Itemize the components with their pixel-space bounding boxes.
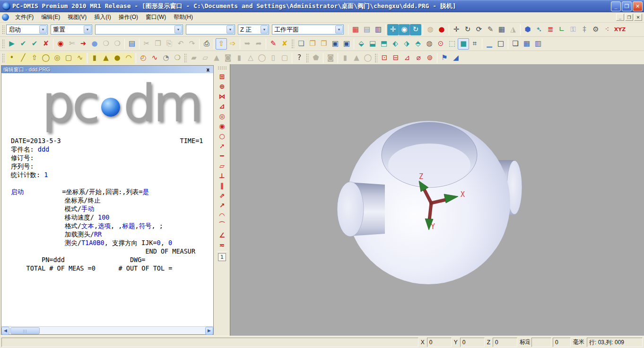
- check-icon[interactable]: ✔: [17, 38, 29, 50]
- toolbar-drag-handle[interactable]: [1, 39, 5, 49]
- menu-view[interactable]: 视图(V): [64, 13, 90, 21]
- right-view-icon[interactable]: ⬗: [401, 38, 412, 50]
- scroll-right-icon[interactable]: ▶: [205, 327, 213, 335]
- program-code[interactable]: DATE=2013-5-3 TIME=1零件名: ddd修订号:序列号:统计计数…: [1, 136, 213, 272]
- redo-icon[interactable]: ↷: [186, 38, 198, 50]
- gdt-straightness-icon[interactable]: ━: [217, 151, 227, 161]
- translate-mode-icon[interactable]: ✛: [451, 24, 462, 35]
- temp-comp-icon[interactable]: ‡: [579, 24, 590, 35]
- dim-runout-icon[interactable]: ⊚: [424, 52, 435, 64]
- dim-diameter-icon[interactable]: ⌀: [413, 52, 424, 64]
- tile-vertical-icon[interactable]: ▥: [532, 38, 544, 50]
- execute-icon[interactable]: ▶: [6, 38, 17, 50]
- workplane-axis-combo[interactable]: Z 正▼: [238, 25, 269, 34]
- probe-pen-icon[interactable]: ✎: [485, 24, 496, 35]
- dim-distance-icon[interactable]: ⊟: [390, 52, 401, 64]
- cone-auto-icon[interactable]: △: [245, 52, 256, 64]
- probe-build-icon[interactable]: ➴: [533, 24, 545, 35]
- toolbar-drag-handle[interactable]: [1, 53, 5, 63]
- comp-arrow2-icon[interactable]: ➦: [253, 38, 264, 50]
- dotted-sphere-icon[interactable]: ❍: [172, 52, 183, 64]
- scroll-left-icon[interactable]: ◀: [1, 327, 9, 335]
- gdt-concentricity-icon[interactable]: ◎: [217, 111, 227, 121]
- pan-view-icon[interactable]: ✛: [387, 24, 399, 35]
- toolbar-drag-handle[interactable]: [374, 53, 377, 63]
- xyz-readout-icon[interactable]: XYZ: [613, 24, 627, 35]
- toolbar-drag-handle[interactable]: [183, 53, 187, 63]
- new-part-icon[interactable]: ❏: [296, 38, 307, 50]
- chevron-down-icon[interactable]: ▼: [261, 25, 268, 34]
- layers-icon[interactable]: ≣: [545, 24, 556, 35]
- import-icon[interactable]: ❒: [318, 38, 330, 50]
- gdt-angle-icon[interactable]: ⊿: [217, 101, 227, 111]
- help-icon[interactable]: ?: [294, 52, 305, 64]
- gdt-circularity-icon[interactable]: ○: [217, 131, 227, 141]
- report-template-icon[interactable]: ▥: [373, 24, 384, 35]
- level-icon[interactable]: ◢: [450, 52, 461, 64]
- left-view-icon[interactable]: ⬖: [390, 38, 401, 50]
- mark-icon[interactable]: ✎: [268, 38, 279, 50]
- toolbar-drag-handle[interactable]: [218, 66, 227, 70]
- round-slot-icon[interactable]: ◎: [52, 52, 63, 64]
- peak-auto-icon[interactable]: ▲: [211, 52, 222, 64]
- square-slot-icon[interactable]: ▢: [63, 52, 74, 64]
- menu-operation[interactable]: 操作(O): [115, 13, 142, 21]
- gdt-perpendicularity-icon[interactable]: ⊥: [217, 170, 227, 180]
- stop-icon[interactable]: ◉: [55, 38, 66, 50]
- front-view-icon[interactable]: ⬓: [367, 38, 378, 50]
- point-feature-icon[interactable]: •: [6, 52, 17, 64]
- gear-probe-icon[interactable]: ⚙: [590, 24, 601, 35]
- menu-help[interactable]: 帮助(H): [170, 13, 197, 21]
- datum-label-icon[interactable]: ⚑: [439, 52, 450, 64]
- comp-arrow-icon[interactable]: ➥: [242, 38, 253, 50]
- gdt-concentric-cross-icon[interactable]: ⊕: [217, 81, 227, 91]
- close-button[interactable]: ✕: [633, 1, 643, 11]
- feature-shape-icon[interactable]: ❍: [100, 38, 112, 50]
- probe-file-combo[interactable]: 重置▼: [51, 25, 92, 34]
- constructed-feature-icon[interactable]: ◙: [325, 52, 336, 64]
- cylinder-feature-icon[interactable]: ▮: [89, 52, 100, 64]
- gdt-symmetry-icon[interactable]: ≂: [217, 240, 227, 250]
- toolbar-drag-handle[interactable]: [305, 53, 309, 63]
- check-delete-icon[interactable]: ✘: [40, 38, 52, 50]
- rotate-mode-icon[interactable]: ↻: [462, 24, 473, 35]
- cone-dim-icon[interactable]: ▲: [351, 52, 362, 64]
- measured-feature-icon[interactable]: ⬟: [310, 52, 322, 64]
- edit-horizontal-scrollbar[interactable]: ◀ ▶: [1, 326, 213, 334]
- circle-auto-icon[interactable]: ◙: [222, 52, 234, 64]
- plane-feature-icon[interactable]: ⇧: [29, 52, 40, 64]
- menu-file[interactable]: 文件(F): [11, 13, 37, 21]
- datum-point-icon[interactable]: ⊙: [435, 38, 446, 50]
- surface-feature-icon[interactable]: ◠: [123, 52, 134, 64]
- menu-edit[interactable]: 编辑(E): [37, 13, 64, 21]
- gdt-surface-profile-icon[interactable]: ◠: [217, 210, 227, 220]
- paste-icon[interactable]: ⎘: [164, 38, 175, 50]
- gdt-cylindricity-icon[interactable]: ◉: [217, 121, 227, 131]
- rotate-sphere-icon[interactable]: ⟳: [473, 24, 485, 35]
- sphere-dim-icon[interactable]: ◯: [362, 52, 374, 64]
- probe-tip-combo[interactable]: ▼: [95, 25, 183, 34]
- dim-angle-icon[interactable]: ⊿: [401, 52, 413, 64]
- dial-gauge-icon[interactable]: ◴: [138, 52, 149, 64]
- cad-solid-icon[interactable]: ⬢: [522, 24, 533, 35]
- screen-colors-icon[interactable]: ▦: [350, 24, 361, 35]
- iso-view-icon[interactable]: ⬙: [356, 38, 367, 50]
- back-view-icon[interactable]: ⬒: [378, 38, 390, 50]
- top-view-icon[interactable]: ⬘: [412, 38, 424, 50]
- grid-icon[interactable]: ⌗: [469, 38, 480, 50]
- cut-icon[interactable]: ✂: [141, 38, 152, 50]
- tile-horizontal-icon[interactable]: ▦: [521, 38, 532, 50]
- cone-feature-icon[interactable]: ▲: [100, 52, 112, 64]
- summary-list-icon[interactable]: ▤: [126, 38, 138, 50]
- gdt-runout-icon[interactable]: ➚: [217, 141, 227, 151]
- menu-insert[interactable]: 插入(I): [90, 13, 114, 21]
- chevron-down-icon[interactable]: ▼: [174, 25, 182, 34]
- toolbar-drag-handle[interactable]: [291, 39, 294, 49]
- workplane-combo[interactable]: 工作平面▼: [272, 25, 344, 34]
- spc-chart-icon[interactable]: ∿: [149, 52, 160, 64]
- ellipse-auto-icon[interactable]: ◯: [256, 52, 268, 64]
- edit-window-titlebar[interactable]: 编辑窗口 - ddd.PRG x: [1, 66, 213, 73]
- open-part-icon[interactable]: ❐: [307, 38, 318, 50]
- edit-window-content[interactable]: pcdm DATE=2013-5-3 TIME=1零件名: ddd修订号:序列号…: [1, 73, 213, 326]
- wireframe-view-icon[interactable]: ◍: [425, 24, 436, 35]
